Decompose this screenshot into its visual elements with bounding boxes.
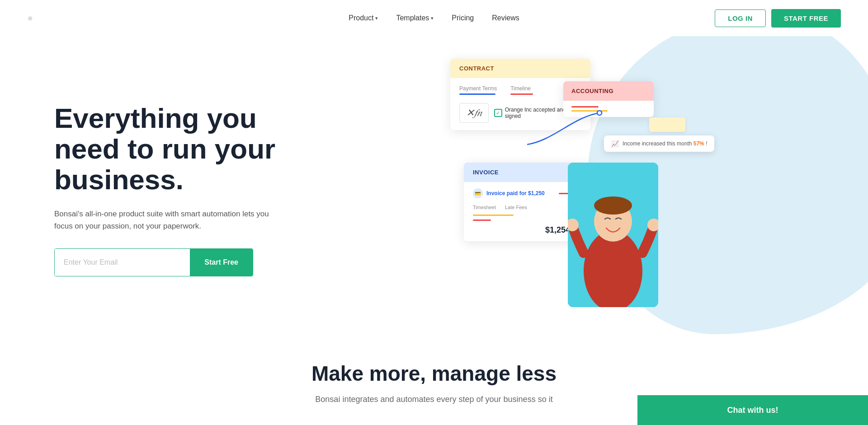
field-label-payment: Payment Terms (459, 85, 497, 92)
navbar: ● Product ▾ Templates ▾ Pricing Reviews … (0, 0, 868, 36)
ui-cards-container: CONTRACT Payment Terms Timeline ✕𝑓� (450, 54, 744, 334)
chat-widget-text: Chat with us! (727, 406, 778, 415)
field-line-red (510, 93, 533, 95)
nav-links: Product ▾ Templates ▾ Pricing Reviews (349, 14, 519, 22)
email-input[interactable] (55, 249, 190, 276)
accounting-card-header: ACCOUNTING (563, 81, 654, 101)
invoice-paid-icon: 💳 (473, 188, 483, 198)
nav-item-pricing[interactable]: Pricing (452, 14, 474, 22)
accounting-line-1 (571, 106, 599, 107)
login-button[interactable]: LOG IN (715, 9, 766, 27)
invoice-total-amount: $1,254.00 (473, 225, 581, 235)
invoice-field-timesheet: Timesheet (473, 205, 496, 210)
nav-item-reviews[interactable]: Reviews (492, 14, 519, 22)
nav-logo: ● (27, 12, 33, 24)
lower-title: Make more, manage less (0, 361, 868, 386)
hero-left: Everything you need to run your business… (0, 36, 477, 334)
income-percentage: 57% (693, 140, 704, 147)
person-image-card (568, 163, 658, 307)
nav-link-pricing[interactable]: Pricing (452, 14, 474, 22)
signature-icon: ✕𝑓𝑛 (459, 103, 489, 123)
invoice-amount: $1,250 (528, 190, 545, 196)
invoice-line-yellow (473, 215, 514, 216)
hero-title: Everything you need to run your business… (54, 103, 307, 196)
nav-item-templates[interactable]: Templates ▾ (396, 14, 434, 22)
contract-field-timeline: Timeline (510, 85, 533, 95)
hero-cta-form: Start Free (54, 248, 253, 276)
chevron-down-icon: ▾ (375, 15, 378, 21)
invoice-fields-row: Timesheet Late Fees (473, 205, 581, 210)
invoice-line-short-red (473, 220, 491, 221)
svg-point-0 (597, 111, 602, 115)
hero-start-free-button[interactable]: Start Free (190, 249, 253, 276)
start-free-button[interactable]: START FREE (771, 9, 841, 28)
nav-link-templates[interactable]: Templates ▾ (396, 14, 434, 22)
invoice-field-latefees: Late Fees (505, 205, 527, 210)
income-badge: 📈 Income increased this month 57% ! (604, 135, 714, 152)
nav-link-product[interactable]: Product ▾ (349, 14, 378, 22)
contract-card-header: CONTRACT (450, 59, 590, 78)
chat-widget[interactable]: Chat with us! (637, 395, 868, 422)
svg-point-4 (594, 196, 632, 215)
invoice-paid-row: 💳 Invoice paid for $1,250 (473, 188, 581, 198)
field-label-timeline: Timeline (510, 85, 533, 92)
lower-subtitle: Bonsai integrates and automates every st… (298, 395, 570, 404)
hero-subtitle: Bonsai's all-in-one product suite with s… (54, 208, 280, 232)
mini-yellow-card (649, 117, 685, 132)
nav-item-product[interactable]: Product ▾ (349, 14, 378, 22)
field-line-blue (459, 93, 495, 95)
hero-section: Everything you need to run your business… (0, 36, 868, 334)
contract-field-payment: Payment Terms (459, 85, 497, 95)
chevron-down-icon: ▾ (431, 15, 434, 21)
checkmark-icon: ✓ (494, 109, 502, 117)
invoice-paid-text: Invoice paid for $1,250 (486, 190, 545, 196)
chart-curve-svg (527, 108, 618, 154)
person-svg (568, 163, 658, 307)
hero-right: CONTRACT Payment Terms Timeline ✕𝑓� (477, 36, 868, 334)
nav-link-reviews[interactable]: Reviews (492, 14, 519, 22)
nav-actions: LOG IN START FREE (715, 9, 841, 28)
income-badge-text: Income increased this month 57% ! (623, 140, 707, 147)
